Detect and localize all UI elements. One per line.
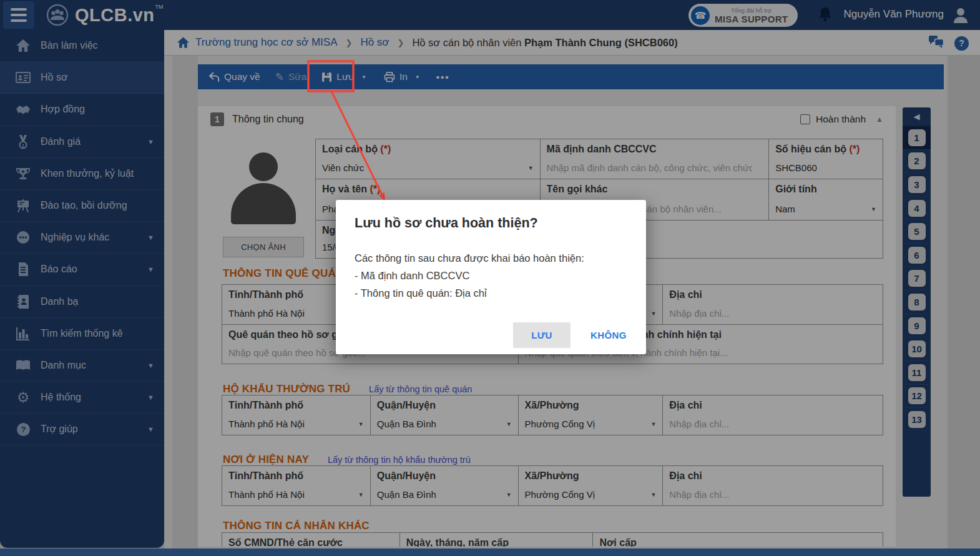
dialog-message: Các thông tin sau chưa được khai báo hoà… bbox=[355, 252, 584, 264]
save-confirmation-dialog: Lưu hồ sơ chưa hoàn thiện? Các thông tin… bbox=[336, 200, 646, 354]
dialog-save-button[interactable]: LƯU bbox=[513, 322, 571, 348]
dialog-missing-item: - Thông tin quê quán: Địa chỉ bbox=[355, 287, 487, 299]
dialog-missing-item: - Mã định danh CBCCVC bbox=[355, 270, 469, 282]
dialog-cancel-button[interactable]: KHÔNG bbox=[581, 322, 637, 348]
dialog-title: Lưu hồ sơ chưa hoàn thiện? bbox=[355, 216, 538, 231]
